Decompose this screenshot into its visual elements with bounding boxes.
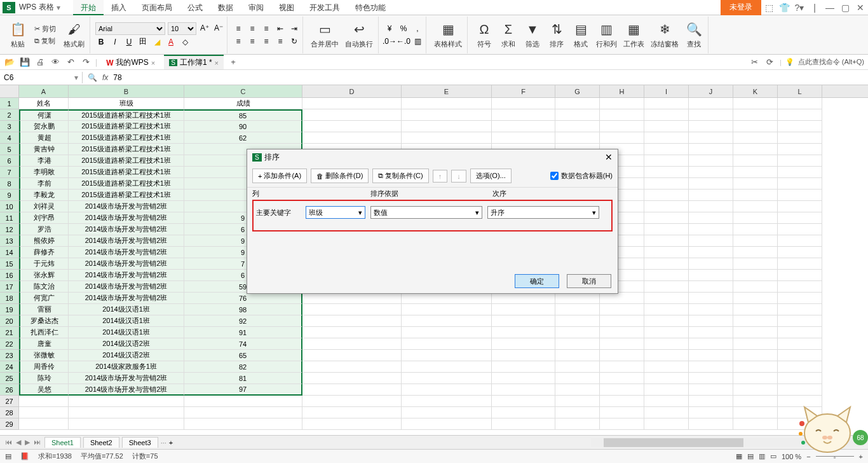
- has-header-input[interactable]: [550, 172, 559, 180]
- cell[interactable]: 2015级道路桥梁工程技术1班: [69, 155, 184, 167]
- merge-center-button[interactable]: ▭合并居中: [308, 19, 341, 50]
- cell[interactable]: 唐童: [19, 338, 69, 350]
- cell[interactable]: [600, 396, 644, 407]
- cell[interactable]: [492, 384, 555, 396]
- cell[interactable]: [733, 418, 778, 430]
- cell[interactable]: 罗浩: [19, 224, 69, 235]
- col-header-D[interactable]: D: [302, 85, 402, 97]
- sheet-nav-last-icon[interactable]: ⏭: [32, 438, 42, 446]
- sheet-more-icon[interactable]: ···: [161, 439, 166, 446]
- cell[interactable]: [733, 361, 778, 373]
- cell[interactable]: [302, 407, 402, 418]
- cell[interactable]: [302, 361, 402, 373]
- cell[interactable]: [402, 373, 492, 384]
- cell[interactable]: [555, 304, 600, 315]
- cell[interactable]: [555, 132, 600, 144]
- cell[interactable]: [689, 338, 733, 350]
- cell[interactable]: [778, 396, 822, 407]
- cell[interactable]: [302, 132, 402, 144]
- cell[interactable]: 2015级道路桥梁工程技术1班: [69, 132, 184, 144]
- cell[interactable]: [19, 418, 69, 430]
- row-header[interactable]: 23: [0, 350, 19, 361]
- cell[interactable]: [555, 121, 600, 132]
- cell[interactable]: 吴悠: [19, 384, 69, 396]
- row-header[interactable]: 20: [0, 315, 19, 327]
- clear-format-button[interactable]: ◇: [179, 36, 191, 48]
- scissors-icon[interactable]: ✂: [749, 57, 761, 68]
- cell[interactable]: [600, 338, 644, 350]
- cell[interactable]: [689, 98, 733, 109]
- cell[interactable]: [689, 247, 733, 258]
- cell[interactable]: 2014级汉语1班: [69, 315, 184, 327]
- cancel-button[interactable]: 取消: [567, 274, 611, 288]
- cell[interactable]: [644, 235, 689, 247]
- bold-button[interactable]: B: [95, 36, 107, 48]
- cell[interactable]: [644, 132, 689, 144]
- cell[interactable]: [644, 190, 689, 201]
- cell[interactable]: 2014级市场开发与营销2班: [69, 247, 184, 258]
- cell[interactable]: [778, 121, 822, 132]
- cell[interactable]: 98: [184, 304, 302, 315]
- number-format-button[interactable]: ▥: [412, 36, 423, 47]
- cell[interactable]: [778, 315, 822, 327]
- row-header[interactable]: 28: [0, 407, 19, 418]
- symbol-button[interactable]: Ω符号: [473, 19, 496, 50]
- cell[interactable]: [733, 281, 778, 293]
- row-header[interactable]: 24: [0, 361, 19, 373]
- cell[interactable]: 何潇: [19, 109, 69, 121]
- cell[interactable]: 2014级市场开发与营销2班: [69, 293, 184, 304]
- cell[interactable]: [778, 235, 822, 247]
- cell[interactable]: [600, 109, 644, 121]
- cell[interactable]: [689, 384, 733, 396]
- cell[interactable]: [555, 338, 600, 350]
- col-header-C[interactable]: C: [184, 85, 302, 97]
- cell[interactable]: [733, 155, 778, 167]
- menu-tab-review[interactable]: 审阅: [241, 0, 271, 15]
- font-size-select[interactable]: 10: [168, 22, 196, 35]
- comma-button[interactable]: ,: [412, 23, 423, 34]
- cell[interactable]: [689, 350, 733, 361]
- cell[interactable]: [644, 109, 689, 121]
- row-header[interactable]: 6: [0, 155, 19, 167]
- cell[interactable]: [402, 338, 492, 350]
- orientation-button[interactable]: ↻: [288, 36, 300, 47]
- cell[interactable]: [600, 327, 644, 338]
- has-header-checkbox[interactable]: 数据包含标题(H): [550, 171, 613, 181]
- cell[interactable]: [689, 178, 733, 190]
- cell[interactable]: [733, 190, 778, 201]
- cell[interactable]: 91: [184, 327, 302, 338]
- row-header[interactable]: 8: [0, 178, 19, 190]
- format-painter-button[interactable]: 🖌 格式刷: [61, 19, 87, 50]
- currency-button[interactable]: ¥: [384, 23, 395, 34]
- cell[interactable]: [600, 407, 644, 418]
- cell[interactable]: [689, 132, 733, 144]
- cell[interactable]: 于元炜: [19, 258, 69, 270]
- cell[interactable]: [555, 315, 600, 327]
- copy-button[interactable]: ⧉复制: [33, 36, 57, 46]
- cell[interactable]: 陈文治: [19, 281, 69, 293]
- cell[interactable]: 97: [184, 384, 302, 396]
- sheet-nav-prev-icon[interactable]: ◀: [15, 438, 22, 446]
- cell[interactable]: [689, 258, 733, 270]
- align-top-button[interactable]: ≡: [233, 23, 244, 34]
- cell[interactable]: [644, 270, 689, 281]
- cell[interactable]: 李明敞: [19, 167, 69, 178]
- cell[interactable]: [644, 304, 689, 315]
- cell[interactable]: 罗桑达杰: [19, 315, 69, 327]
- sort-column-select[interactable]: 班级▾: [306, 206, 365, 219]
- cell[interactable]: 2014级汉语1班: [69, 327, 184, 338]
- close-tab-icon[interactable]: ×: [151, 59, 155, 67]
- cell[interactable]: [555, 418, 600, 430]
- italic-button[interactable]: I: [109, 36, 121, 48]
- align-left-button[interactable]: ≡: [233, 36, 244, 47]
- cell[interactable]: 2014级家政服务1班: [69, 361, 184, 373]
- cell[interactable]: 82: [184, 361, 302, 373]
- cell[interactable]: [555, 407, 600, 418]
- cell[interactable]: [733, 212, 778, 224]
- cell[interactable]: [689, 293, 733, 304]
- cell[interactable]: [644, 338, 689, 350]
- cell[interactable]: [302, 338, 402, 350]
- row-header[interactable]: 21: [0, 327, 19, 338]
- cell[interactable]: [778, 178, 822, 190]
- view-reading-icon[interactable]: ▭: [770, 452, 776, 460]
